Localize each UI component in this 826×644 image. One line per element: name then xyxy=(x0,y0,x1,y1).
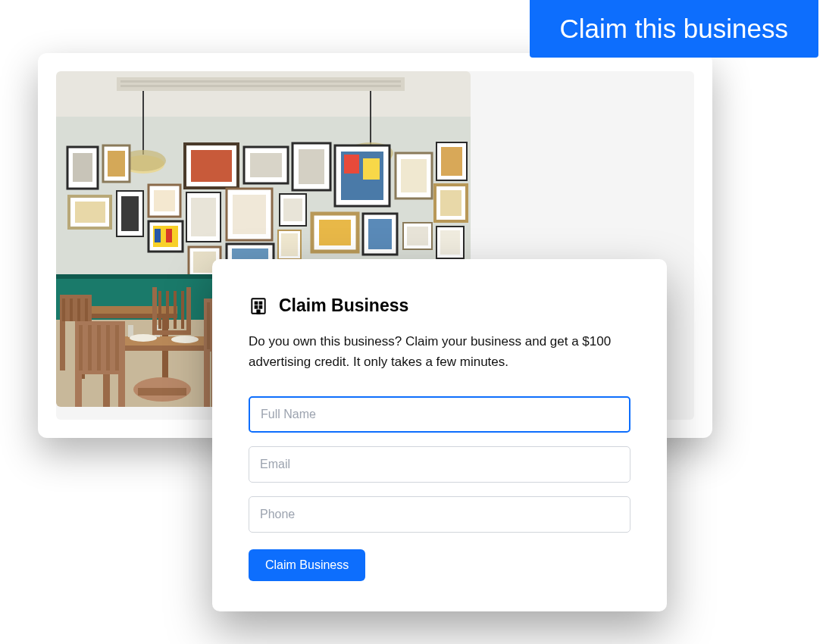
claim-banner[interactable]: Claim this business xyxy=(530,0,819,58)
full-name-input[interactable] xyxy=(249,396,630,433)
svg-rect-78 xyxy=(77,299,80,321)
phone-input[interactable] xyxy=(249,496,630,533)
svg-rect-16 xyxy=(75,202,105,223)
svg-rect-14 xyxy=(108,151,125,177)
svg-rect-46 xyxy=(368,219,392,249)
svg-rect-30 xyxy=(299,149,324,184)
svg-rect-26 xyxy=(250,153,282,177)
svg-rect-100 xyxy=(260,306,262,308)
svg-rect-53 xyxy=(155,229,161,242)
svg-rect-80 xyxy=(158,291,161,329)
svg-rect-72 xyxy=(128,325,133,337)
svg-rect-24 xyxy=(191,198,216,236)
svg-rect-81 xyxy=(166,291,169,329)
banner-text: Claim this business xyxy=(560,14,789,43)
svg-rect-38 xyxy=(401,159,427,192)
svg-rect-42 xyxy=(440,190,461,216)
form-description: Do you own this business? Claim your bus… xyxy=(249,331,630,372)
svg-rect-50 xyxy=(440,230,460,255)
svg-rect-85 xyxy=(88,325,92,370)
svg-rect-34 xyxy=(363,158,380,180)
svg-rect-77 xyxy=(70,299,73,321)
svg-rect-12 xyxy=(73,153,92,182)
svg-rect-33 xyxy=(344,155,359,174)
svg-rect-87 xyxy=(106,325,110,370)
svg-rect-86 xyxy=(97,325,101,370)
email-input[interactable] xyxy=(249,446,630,483)
svg-rect-36 xyxy=(283,199,302,221)
svg-rect-98 xyxy=(260,302,262,304)
svg-rect-20 xyxy=(154,190,175,211)
svg-rect-1 xyxy=(117,77,405,91)
svg-rect-58 xyxy=(281,233,298,256)
svg-rect-28 xyxy=(233,195,266,234)
svg-rect-40 xyxy=(441,147,462,176)
svg-point-74 xyxy=(130,334,157,342)
svg-rect-76 xyxy=(62,299,65,321)
claim-business-button[interactable]: Claim Business xyxy=(249,549,365,581)
svg-rect-91 xyxy=(207,302,210,349)
svg-rect-82 xyxy=(174,291,177,329)
svg-rect-79 xyxy=(85,299,88,321)
svg-rect-3 xyxy=(120,85,401,87)
svg-rect-48 xyxy=(407,227,428,245)
svg-rect-99 xyxy=(255,306,258,308)
svg-rect-22 xyxy=(191,150,232,182)
svg-rect-101 xyxy=(257,310,259,313)
form-header: Claim Business xyxy=(249,295,630,316)
svg-point-75 xyxy=(171,336,199,343)
building-icon xyxy=(249,296,268,316)
svg-rect-18 xyxy=(121,196,139,231)
svg-rect-90 xyxy=(138,388,186,395)
form-title: Claim Business xyxy=(279,295,408,316)
claim-form-card: Claim Business Do you own this business?… xyxy=(212,259,667,611)
svg-rect-2 xyxy=(120,80,401,83)
svg-rect-97 xyxy=(255,302,258,304)
svg-rect-84 xyxy=(79,325,83,370)
form-fields: Claim Business xyxy=(249,396,630,581)
svg-rect-88 xyxy=(115,325,119,370)
svg-rect-83 xyxy=(181,291,184,329)
svg-rect-54 xyxy=(166,229,172,242)
svg-rect-44 xyxy=(319,220,351,245)
